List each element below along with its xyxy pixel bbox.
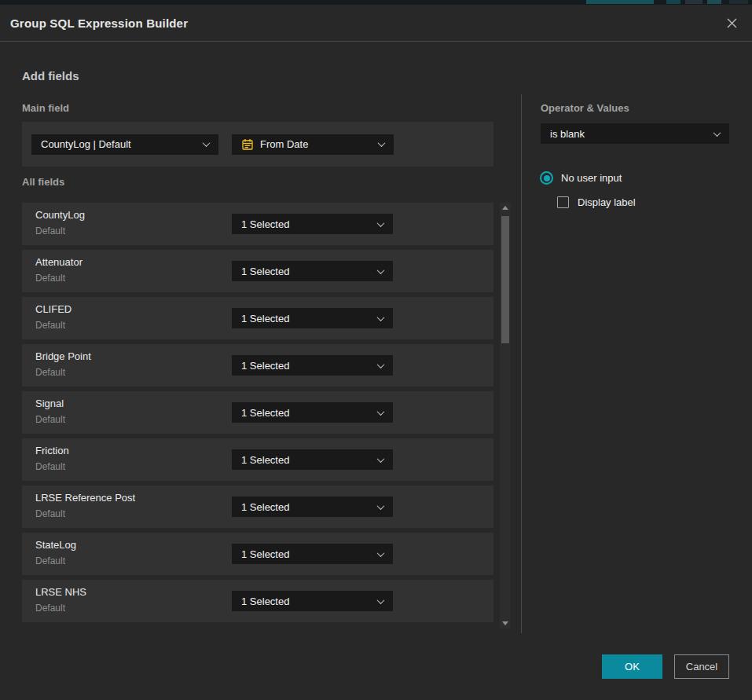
field-selected-value: 1 Selected xyxy=(241,218,370,230)
field-sublabel: Default xyxy=(35,225,65,236)
no-user-input-label: No user input xyxy=(561,172,622,184)
field-row: LRSE NHSDefault1 Selected xyxy=(22,580,493,622)
field-selected-value: 1 Selected xyxy=(241,501,370,513)
display-label-label: Display label xyxy=(578,196,636,208)
field-selected-dropdown[interactable]: 1 Selected xyxy=(232,497,393,517)
field-row: AttenuatorDefault1 Selected xyxy=(22,250,493,292)
field-selected-value: 1 Selected xyxy=(241,596,370,607)
background-fragment xyxy=(586,0,654,4)
column-divider xyxy=(521,94,522,633)
field-name: Friction xyxy=(35,445,69,456)
close-icon[interactable] xyxy=(724,15,739,31)
main-field-box: CountyLog | Default From Date xyxy=(22,122,493,167)
background-fragment xyxy=(729,0,748,4)
chevron-down-icon xyxy=(377,408,385,416)
scroll-up-icon[interactable] xyxy=(502,206,508,210)
chevron-down-icon xyxy=(377,361,385,368)
field-sublabel: Default xyxy=(35,461,65,472)
field-selected-dropdown[interactable]: 1 Selected xyxy=(232,308,393,328)
field-name: Bridge Point xyxy=(35,350,91,362)
ok-button[interactable]: OK xyxy=(602,654,662,679)
field-row: SignalDefault1 Selected xyxy=(22,391,493,434)
field-sublabel: Default xyxy=(35,320,65,331)
calendar-icon xyxy=(241,138,254,151)
field-row: FrictionDefault1 Selected xyxy=(22,438,493,481)
background-fragment xyxy=(685,0,702,4)
field-selected-dropdown[interactable]: 1 Selected xyxy=(232,544,393,564)
background-fragment xyxy=(707,0,721,4)
field-name: CountyLog xyxy=(35,209,85,221)
field-row: CLIFEDDefault1 Selected xyxy=(22,297,493,339)
field-selected-dropdown[interactable]: 1 Selected xyxy=(232,355,393,376)
field-name: CLIFED xyxy=(35,303,72,315)
chevron-down-icon xyxy=(377,455,385,463)
group-sql-expression-builder-dialog: Group SQL Expression Builder Add fields … xyxy=(0,5,752,700)
chevron-down-icon xyxy=(378,139,386,147)
cancel-button[interactable]: Cancel xyxy=(674,654,729,679)
chevron-down-icon xyxy=(377,313,385,321)
field-selected-value: 1 Selected xyxy=(241,548,370,560)
chevron-down-icon xyxy=(377,266,385,274)
scroll-down-icon[interactable] xyxy=(502,621,508,625)
no-user-input-radio[interactable]: No user input xyxy=(540,171,622,185)
main-field-label: Main field xyxy=(22,102,69,114)
field-selected-value: 1 Selected xyxy=(241,266,370,277)
field-sublabel: Default xyxy=(35,555,65,566)
field-name: LRSE Reference Post xyxy=(35,492,135,504)
operator-values-heading: Operator & Values xyxy=(541,102,629,114)
field-selected-dropdown[interactable]: 1 Selected xyxy=(232,402,393,423)
field-selected-value: 1 Selected xyxy=(241,407,370,419)
all-fields-label: All fields xyxy=(22,176,64,188)
chevron-down-icon xyxy=(377,219,385,227)
field-selected-value: 1 Selected xyxy=(241,454,370,466)
operator-select-value: is blank xyxy=(550,128,706,140)
field-selected-dropdown[interactable]: 1 Selected xyxy=(232,261,393,281)
main-layer-select-value: CountyLog | Default xyxy=(41,138,196,150)
field-selected-dropdown[interactable]: 1 Selected xyxy=(232,591,393,611)
radio-selected-icon xyxy=(540,171,553,185)
display-label-checkbox[interactable]: Display label xyxy=(557,196,636,208)
field-selected-value: 1 Selected xyxy=(241,313,370,324)
field-sublabel: Default xyxy=(35,603,65,614)
background-fragment xyxy=(666,0,680,4)
all-fields-list: CountyLogDefault1 SelectedAttenuatorDefa… xyxy=(22,203,493,627)
chevron-down-icon xyxy=(377,596,385,604)
field-row: Bridge PointDefault1 Selected xyxy=(22,344,493,387)
field-name: Attenuator xyxy=(35,256,83,268)
operator-select[interactable]: is blank xyxy=(541,123,729,144)
field-row: CountyLogDefault1 Selected xyxy=(22,203,493,245)
chevron-down-icon xyxy=(377,502,385,510)
field-sublabel: Default xyxy=(35,273,65,284)
chevron-down-icon xyxy=(377,549,385,557)
main-field-select-value: From Date xyxy=(260,138,365,150)
field-sublabel: Default xyxy=(35,414,65,425)
fields-scrollbar[interactable] xyxy=(500,203,511,629)
field-name: LRSE NHS xyxy=(35,586,86,598)
field-selected-value: 1 Selected xyxy=(241,360,370,372)
field-row: StateLogDefault1 Selected xyxy=(22,533,493,575)
add-fields-heading: Add fields xyxy=(22,69,79,82)
checkbox-unchecked-icon xyxy=(557,196,569,208)
field-selected-dropdown[interactable]: 1 Selected xyxy=(232,214,393,234)
field-selected-dropdown[interactable]: 1 Selected xyxy=(232,449,393,470)
dialog-header: Group SQL Expression Builder xyxy=(0,5,752,42)
dialog-title: Group SQL Expression Builder xyxy=(10,16,188,30)
main-layer-select[interactable]: CountyLog | Default xyxy=(31,134,218,155)
chevron-down-icon xyxy=(713,129,721,137)
field-row: LRSE Reference PostDefault1 Selected xyxy=(22,486,493,528)
chevron-down-icon xyxy=(203,139,211,147)
main-field-select[interactable]: From Date xyxy=(232,134,394,155)
field-sublabel: Default xyxy=(35,508,65,519)
field-name: Signal xyxy=(35,398,64,409)
field-name: StateLog xyxy=(35,539,76,551)
scrollbar-thumb[interactable] xyxy=(501,216,509,343)
field-sublabel: Default xyxy=(35,367,65,378)
